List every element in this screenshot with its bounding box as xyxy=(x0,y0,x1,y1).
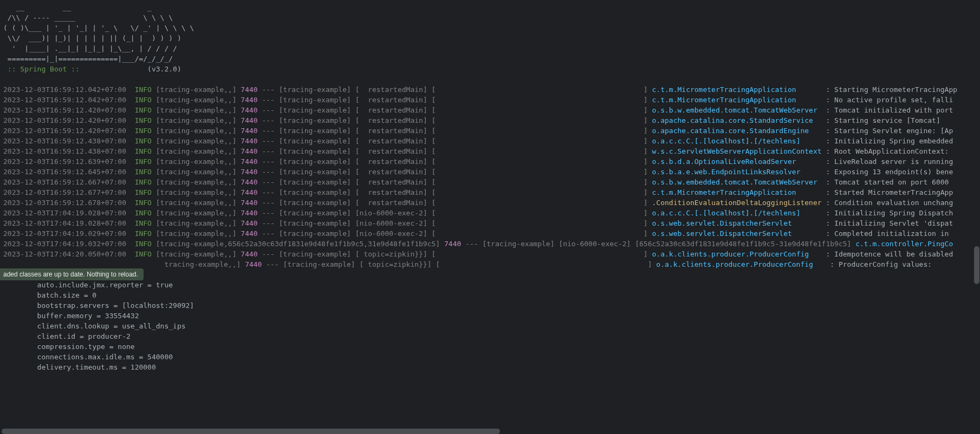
log-line: 2023-12-03T16:59:12.645+07:00 INFO [trac… xyxy=(3,167,977,177)
config-line: batch.size = 0 xyxy=(3,290,977,300)
log-line: 2023-12-03T17:04:19.028+07:00 INFO [trac… xyxy=(3,218,977,228)
log-line: 2023-12-03T16:59:12.678+07:00 INFO [trac… xyxy=(3,198,977,208)
log-line: tracing-example,,] 7440 --- [tracing-exa… xyxy=(3,259,977,269)
log-line: 2023-12-03T16:59:12.042+07:00 INFO [trac… xyxy=(3,95,977,105)
config-line: compression.type = none xyxy=(3,341,977,352)
vertical-scrollbar[interactable] xyxy=(974,0,979,434)
log-line: 2023-12-03T16:59:12.438+07:00 INFO [trac… xyxy=(3,136,977,146)
config-line: acks = 0 xyxy=(3,269,977,280)
reload-toast: aded classes are up to date. Nothing to … xyxy=(0,268,144,280)
log-line: 2023-12-03T16:59:12.677+07:00 INFO [trac… xyxy=(3,187,977,198)
log-line: 2023-12-03T16:59:12.639+07:00 INFO [trac… xyxy=(3,156,977,167)
config-line: client.id = producer-2 xyxy=(3,331,977,341)
log-line: 2023-12-03T16:59:12.420+07:00 INFO [trac… xyxy=(3,126,977,136)
console-output[interactable]: __ __ _ /\\ / ---- _____ \ \ \ \ ( ( )\_… xyxy=(0,0,980,434)
config-line: client.dns.lookup = use_all_dns_ips xyxy=(3,321,977,331)
config-line: buffer.memory = 33554432 xyxy=(3,311,977,321)
spring-banner: __ __ _ /\\ / ---- _____ \ \ \ \ ( ( )\_… xyxy=(3,2,977,64)
config-line: auto.include.jmx.reporter = true xyxy=(3,280,977,290)
log-line: 2023-12-03T17:04:19.032+07:00 INFO [trac… xyxy=(3,239,977,249)
config-line: delivery.timeout.ms = 120000 xyxy=(3,362,977,372)
log-line: 2023-12-03T16:59:12.667+07:00 INFO [trac… xyxy=(3,177,977,187)
log-line: 2023-12-03T16:59:12.438+07:00 INFO [trac… xyxy=(3,146,977,156)
vertical-scroll-thumb[interactable] xyxy=(974,246,979,284)
config-line: connections.max.idle.ms = 540000 xyxy=(3,352,977,362)
log-line: 2023-12-03T16:59:12.042+07:00 INFO [trac… xyxy=(3,84,977,95)
log-line: 2023-12-03T17:04:20.050+07:00 INFO [trac… xyxy=(3,249,977,259)
log-line: 2023-12-03T17:04:19.028+07:00 INFO [trac… xyxy=(3,208,977,218)
log-line: 2023-12-03T16:59:12.420+07:00 INFO [trac… xyxy=(3,115,977,126)
config-line: bootstrap.servers = [localhost:29092] xyxy=(3,300,977,311)
log-line: 2023-12-03T16:59:12.420+07:00 INFO [trac… xyxy=(3,105,977,115)
spring-version-line: :: Spring Boot :: (v3.2.0) xyxy=(3,64,977,74)
log-line: 2023-12-03T17:04:19.029+07:00 INFO [trac… xyxy=(3,228,977,239)
horizontal-scrollbar[interactable] xyxy=(0,429,980,434)
horizontal-scroll-thumb[interactable] xyxy=(2,429,500,434)
